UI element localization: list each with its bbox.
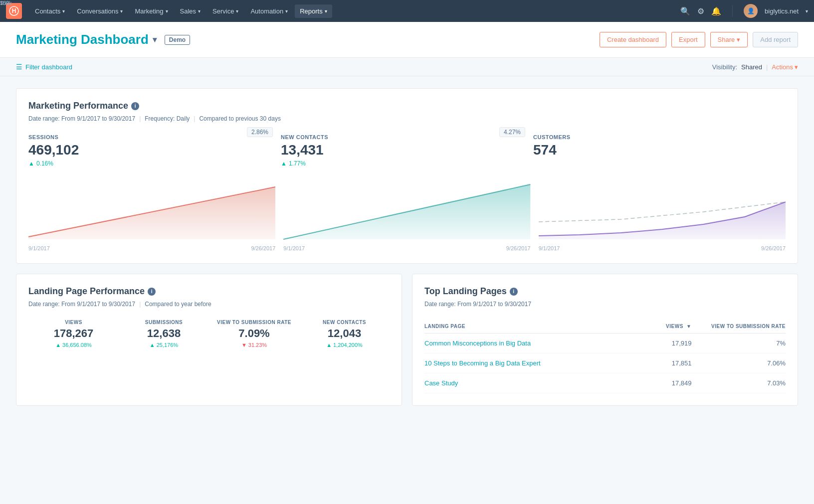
dashboard-dropdown-icon[interactable]: ▾ (153, 35, 157, 44)
row3-rate: 7.03% (692, 373, 786, 393)
col-submission-rate: VIEW TO SUBMISSION RATE (692, 320, 786, 334)
demo-badge: Demo (165, 35, 190, 45)
svg-marker-4 (539, 202, 786, 239)
info-icon[interactable]: i (131, 102, 139, 110)
lp-views-metric: VIEWS 178,267 ▲ 36,656.08% (28, 320, 119, 348)
svg-text:H: H (12, 7, 16, 14)
page-header: Marketing Dashboard ▾ Demo Create dashbo… (0, 22, 814, 58)
filter-bar: ☰ Filter dashboard Visibility: Shared | … (0, 58, 814, 76)
new-contacts-metric: NEW CONTACTS 13,431 ▲ 1.77% 4.27% (281, 134, 533, 167)
landing-page-performance-card: Landing Page Performance i Date range: F… (16, 274, 402, 406)
new-contacts-badge: 4.27% (499, 127, 525, 137)
charts-row: 500k 9/1/2017 9/26/2017 (28, 177, 786, 251)
table-row: Common Misconceptions in Big Data 17,919… (424, 334, 786, 353)
lp-views-value: 178,267 (28, 327, 119, 340)
landing-page-performance-title: Landing Page Performance i (28, 286, 390, 297)
top-landing-pages-title: Top Landing Pages i (424, 286, 786, 297)
new-contacts-value: 13,431 (281, 142, 324, 158)
nav-divider (732, 5, 733, 17)
lp-views-change: ▲ 36,656.08% (28, 342, 119, 348)
top-landing-pages-meta: Date range: From 9/1/2017 to 9/30/2017 (424, 301, 786, 308)
export-button[interactable]: Export (671, 32, 705, 47)
marketing-performance-title: Marketing Performance i (28, 101, 786, 111)
customers-value: 574 (533, 142, 778, 158)
triangle-up-icon: ▲ (28, 160, 34, 167)
sort-icon: ▼ (686, 324, 691, 329)
nav-right-section: 🔍 ⚙ 🔔 👤 biglytics.net ▾ (680, 4, 808, 18)
row2-name: 10 Steps to Becoming a Big Data Expert (424, 353, 643, 373)
table-header-row: LANDING PAGE VIEWS ▼ VIEW TO SUBMISSION … (424, 320, 786, 334)
visibility-section: Visibility: Shared | Actions ▾ (712, 63, 798, 71)
landing-page-link[interactable]: Case Study (424, 379, 458, 387)
row1-rate: 7% (692, 334, 786, 353)
create-dashboard-button[interactable]: Create dashboard (600, 32, 666, 47)
info-icon[interactable]: i (510, 288, 518, 296)
account-name[interactable]: biglytics.net (765, 7, 799, 15)
chevron-down-icon: ▾ (198, 8, 201, 14)
sessions-change: ▲ 0.16% (28, 160, 79, 167)
row1-name: Common Misconceptions in Big Data (424, 334, 643, 353)
lp-metrics-row: VIEWS 178,267 ▲ 36,656.08% SUBMISSIONS 1… (28, 320, 390, 348)
visibility-value: Shared (741, 63, 762, 71)
customers-chart-svg (539, 177, 786, 242)
top-landing-pages-card: Top Landing Pages i Date range: From 9/1… (412, 274, 798, 406)
lp-new-contacts-value: 12,043 (299, 327, 390, 340)
contacts-chart-svg (283, 177, 530, 242)
lp-submission-rate-value: 7.09% (209, 327, 299, 340)
nav-service[interactable]: Service ▾ (207, 4, 243, 18)
bottom-grid: Landing Page Performance i Date range: F… (16, 274, 798, 416)
col-views[interactable]: VIEWS ▼ (643, 320, 692, 334)
nav-sales[interactable]: Sales ▾ (175, 4, 206, 18)
sessions-chart-xlabels: 9/1/2017 9/26/2017 (28, 245, 275, 251)
row3-name: Case Study (424, 373, 643, 393)
account-dropdown-icon[interactable]: ▾ (806, 8, 808, 14)
sessions-chart-svg (28, 177, 275, 242)
nav-automation[interactable]: Automation ▾ (245, 4, 293, 18)
triangle-up-icon: ▲ (55, 342, 61, 348)
visibility-divider: | (766, 63, 768, 71)
nav-contacts[interactable]: Contacts ▾ (30, 4, 70, 18)
table-row: 10 Steps to Becoming a Big Data Expert 1… (424, 353, 786, 373)
page-title: Marketing Dashboard ▾ Demo (16, 32, 190, 47)
filter-icon: ☰ (16, 63, 22, 71)
add-report-button: Add report (753, 32, 798, 47)
info-icon[interactable]: i (148, 288, 156, 296)
row2-rate: 7.06% (692, 353, 786, 373)
chevron-down-icon: ▾ (325, 8, 327, 14)
lp-submissions-change: ▲ 25,176% (119, 342, 209, 348)
avatar[interactable]: 👤 (744, 4, 758, 18)
top-navigation: H Contacts ▾ Conversations ▾ Marketing ▾… (0, 0, 814, 22)
chevron-down-icon: ▾ (120, 8, 123, 14)
customers-chart-ylabel: 750 (0, 0, 9, 6)
nav-reports[interactable]: Reports ▾ (295, 4, 332, 18)
settings-icon[interactable]: ⚙ (697, 6, 704, 16)
sessions-badge: 2.86% (247, 127, 273, 137)
chevron-down-icon: ▾ (737, 36, 740, 43)
chevron-down-icon: ▾ (62, 8, 65, 14)
share-button[interactable]: Share ▾ (710, 32, 748, 47)
landing-page-performance-meta: Date range: From 9/1/2017 to 9/30/2017 |… (28, 301, 390, 308)
filter-dashboard-link[interactable]: ☰ Filter dashboard (16, 63, 72, 71)
lp-new-contacts-metric: NEW CONTACTS 12,043 ▲ 1,204,200% (299, 320, 390, 348)
nav-marketing[interactable]: Marketing ▾ (130, 4, 173, 18)
triangle-up-icon: ▲ (150, 342, 155, 348)
chevron-down-icon: ▾ (166, 8, 168, 14)
notifications-icon[interactable]: 🔔 (711, 6, 721, 16)
lp-submission-rate-change: ▼ 31.23% (209, 342, 299, 348)
lp-submission-rate-metric: VIEW TO SUBMISSION RATE 7.09% ▼ 31.23% (209, 320, 299, 348)
landing-page-link[interactable]: Common Misconceptions in Big Data (424, 339, 531, 347)
marketing-performance-meta: Date range: From 9/1/2017 to 9/30/2017 |… (28, 115, 786, 122)
row2-views: 17,851 (643, 353, 692, 373)
triangle-up-icon: ▲ (281, 160, 287, 167)
nav-items: Contacts ▾ Conversations ▾ Marketing ▾ S… (30, 4, 680, 18)
landing-page-link[interactable]: 10 Steps to Becoming a Big Data Expert (424, 359, 541, 367)
lp-new-contacts-change: ▲ 1,204,200% (299, 342, 390, 348)
triangle-up-icon: ▲ (326, 342, 332, 348)
chevron-down-icon: ▾ (236, 8, 238, 14)
lp-submissions-value: 12,638 (119, 327, 209, 340)
nav-conversations[interactable]: Conversations ▾ (72, 4, 128, 18)
search-icon[interactable]: 🔍 (680, 6, 690, 16)
table-row: Case Study 17,849 7.03% (424, 373, 786, 393)
actions-dropdown[interactable]: Actions ▾ (772, 63, 798, 71)
customers-metric: CUSTOMERS 574 (533, 134, 786, 167)
